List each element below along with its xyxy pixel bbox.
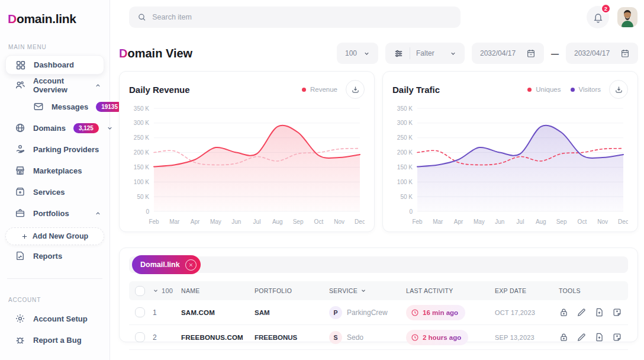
domain-filter-chip[interactable]: Domail.link — [132, 255, 201, 274]
service-cell: S Sedo — [329, 331, 406, 344]
row-checkbox[interactable] — [135, 332, 145, 342]
sidebar-item-label: Domains — [33, 124, 66, 133]
sidebar-item-label: Services — [33, 188, 65, 197]
row-index: 2 — [153, 333, 181, 342]
logo-first-letter: D — [8, 12, 17, 25]
clock-icon — [411, 333, 419, 342]
svg-text:Jul: Jul — [517, 218, 524, 225]
legend-label: Visitors — [579, 86, 601, 93]
download-chart-button[interactable] — [609, 80, 628, 99]
chart-legend: Uniques Visitors — [527, 86, 601, 93]
portfolio-name: SAM — [255, 309, 329, 316]
users-icon — [15, 80, 25, 91]
main-content: 2 Domain View 100 Falter 2032/04/17 — 20… — [110, 0, 644, 360]
download-icon — [351, 85, 360, 94]
chevron-down-icon — [450, 50, 456, 57]
svg-text:Dec: Dec — [355, 218, 365, 225]
sidebar-item-parking-providers[interactable]: Parking Providers — [0, 139, 110, 160]
row-tools — [559, 307, 622, 317]
logo-rest: omain.link — [17, 12, 76, 25]
svg-text:Apr: Apr — [454, 218, 463, 225]
chevron-up-icon — [95, 82, 101, 89]
service-initial-badge: P — [329, 306, 342, 319]
sidebar-item-report-bug[interactable]: Report a Bug — [0, 329, 110, 351]
filter-dropdown[interactable]: Falter — [385, 43, 465, 64]
chevron-down-icon — [363, 50, 370, 57]
edit-icon[interactable] — [577, 332, 587, 342]
sidebar-item-marketplaces[interactable]: Marketplaces — [0, 160, 110, 181]
svg-text:250 K: 250 K — [397, 134, 413, 141]
chart-title: Daily Revenue — [129, 85, 190, 95]
svg-text:Feb: Feb — [149, 218, 159, 225]
per-page-select[interactable]: 100 — [337, 43, 378, 64]
sidebar-item-account-overview[interactable]: Account Overview — [0, 75, 110, 96]
search-input[interactable] — [152, 13, 452, 21]
edit-icon[interactable] — [577, 307, 587, 317]
briefcase-icon — [15, 208, 25, 218]
lock-icon[interactable] — [559, 332, 569, 342]
svg-text:Mar: Mar — [433, 218, 443, 225]
row-tools — [559, 332, 622, 342]
remove-chip-button[interactable] — [185, 259, 197, 271]
column-header-portfolio: PORTFOLIO — [255, 287, 329, 294]
service-cell: P ParkingCrew — [329, 306, 406, 319]
per-page-value: 100 — [345, 49, 357, 57]
revenue-chart: 350 K300 K250 K200 K150 K100 K50 K0FebMa… — [129, 102, 365, 228]
sidebar-item-account-setup[interactable]: Account Setup — [0, 308, 110, 329]
topbar-right: 2 — [587, 6, 637, 28]
chip-label: Domail.link — [140, 261, 180, 269]
chevron-up-icon — [95, 210, 101, 217]
sidebar-divider — [7, 278, 102, 279]
sidebar-item-label: Report a Bug — [33, 336, 82, 345]
column-header-tools: TOOLS — [559, 287, 622, 294]
notifications-button[interactable]: 2 — [587, 6, 609, 28]
svg-text:Oct: Oct — [578, 218, 587, 225]
svg-text:Feb: Feb — [412, 218, 423, 225]
download-chart-button[interactable] — [346, 80, 365, 99]
row-checkbox[interactable] — [135, 307, 145, 317]
lock-icon[interactable] — [559, 307, 569, 317]
file-add-icon[interactable] — [594, 307, 604, 317]
export-icon[interactable] — [612, 307, 622, 317]
sidebar-item-dashboard[interactable]: Dashboard — [5, 55, 104, 75]
filter-chip-bar: Domail.link — [129, 256, 628, 273]
export-icon[interactable] — [612, 332, 622, 342]
sidebar-item-services[interactable]: Services — [0, 181, 110, 202]
svg-text:0: 0 — [409, 208, 413, 215]
services-icon — [15, 187, 25, 197]
sidebar-item-reports[interactable]: Reports — [0, 245, 110, 266]
column-header-service[interactable]: SERVICE — [329, 287, 406, 294]
avatar-image — [617, 7, 637, 27]
storefront-icon — [15, 165, 25, 176]
svg-text:200 K: 200 K — [134, 149, 149, 156]
date-to-picker[interactable]: 2032/04/17 — [566, 43, 638, 64]
svg-text:Mar: Mar — [169, 218, 180, 225]
svg-text:Jun: Jun — [231, 218, 241, 225]
svg-text:150 K: 150 K — [397, 164, 413, 171]
notification-count-badge: 2 — [601, 4, 611, 14]
svg-text:250 K: 250 K — [134, 134, 149, 141]
date-range-separator: — — [551, 49, 559, 58]
date-from-picker[interactable]: 2032/04/17 — [472, 43, 544, 64]
add-new-group-button[interactable]: Add New Group — [5, 227, 104, 245]
trafic-chart: 350 K300 K250 K200 K150 K100 K50 K0FebMa… — [392, 102, 628, 228]
user-avatar[interactable] — [617, 7, 637, 27]
gear-icon — [15, 313, 25, 324]
download-icon — [614, 85, 623, 94]
svg-text:Jul: Jul — [253, 218, 261, 225]
file-add-icon[interactable] — [594, 332, 604, 342]
legend-label: Revenue — [310, 86, 337, 93]
sidebar-item-domains[interactable]: Domains 3,125 — [0, 117, 110, 139]
sidebar-item-messages[interactable]: Messages 19135 — [0, 96, 110, 117]
sidebar-item-label: Portfolios — [33, 209, 69, 218]
chart-header: Daily Trafic Uniques Visitors — [392, 80, 628, 99]
select-count-dropdown[interactable]: 100 — [153, 287, 181, 294]
svg-text:50 K: 50 K — [400, 194, 413, 200]
sidebar-item-label: Marketplaces — [33, 166, 82, 175]
sidebar: Domain.link MAIN MENU Dashboard Account … — [0, 0, 110, 360]
sidebar-item-portfolios[interactable]: Portfolios — [0, 202, 110, 224]
select-all-checkbox[interactable] — [135, 286, 145, 296]
domains-count-badge: 3,125 — [73, 123, 99, 133]
svg-text:350 K: 350 K — [397, 105, 413, 112]
column-header-last-activity: LAST ACTIVITY — [406, 287, 495, 294]
